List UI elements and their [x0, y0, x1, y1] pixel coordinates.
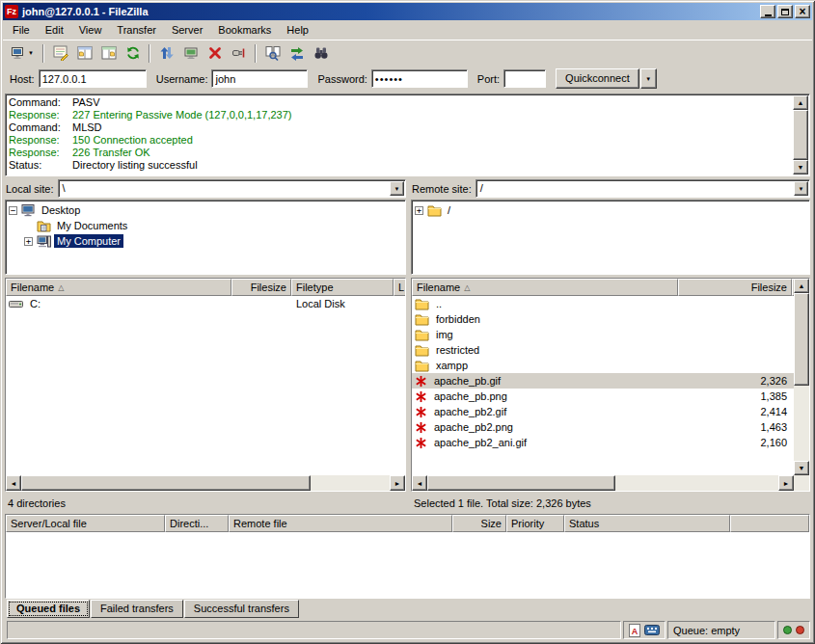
sort-ascending-icon: △: [58, 283, 64, 292]
toggle-local-tree-button[interactable]: [72, 42, 96, 65]
remote-horizontal-scrollbar[interactable]: ◄ ►: [412, 475, 794, 491]
tree-item-label[interactable]: Desktop: [39, 203, 83, 217]
remote-file-row[interactable]: apache_pb2_ani.gif2,160: [412, 435, 794, 450]
scroll-down-button[interactable]: ▼: [793, 160, 808, 174]
tree-expander[interactable]: +: [24, 237, 33, 246]
file-name-cell: apache_pb2.png: [412, 421, 678, 434]
tab-failed-transfers[interactable]: Failed transfers: [91, 600, 183, 618]
folder-icon: [415, 329, 429, 341]
refresh-button[interactable]: [121, 42, 145, 65]
local-file-row[interactable]: C:Local Disk: [6, 296, 405, 311]
filezilla-logo-icon: Fz: [5, 5, 18, 18]
remote-site-dropdown-button[interactable]: ▼: [794, 181, 808, 196]
remote-column-header[interactable]: Filename△: [412, 279, 678, 296]
remote-file-row[interactable]: restricted: [412, 342, 794, 358]
local-site-dropdown-button[interactable]: ▼: [390, 181, 404, 196]
scroll-right-button[interactable]: ►: [778, 475, 794, 491]
maximize-button[interactable]: [777, 5, 793, 18]
log-line-label: Command:: [9, 96, 72, 109]
remote-site-combobox[interactable]: / ▼: [475, 179, 810, 198]
local-column-header[interactable]: L: [394, 279, 405, 296]
toggle-queue-button[interactable]: [178, 42, 203, 65]
message-log-scrollbar[interactable]: ▲ ▼: [793, 95, 808, 174]
tree-expander[interactable]: −: [9, 206, 17, 215]
local-site-combobox[interactable]: \ ▼: [58, 179, 406, 198]
menu-file[interactable]: File: [5, 21, 38, 39]
scrollbar-track[interactable]: [311, 475, 390, 491]
cancel-button[interactable]: [203, 42, 227, 65]
queue-column-header[interactable]: Remote file: [229, 515, 452, 532]
menu-transfer[interactable]: Transfer: [109, 21, 164, 39]
menu-edit[interactable]: Edit: [38, 21, 71, 39]
local-column-header[interactable]: Filesize: [231, 279, 291, 296]
disconnect-button[interactable]: [227, 42, 251, 65]
tree-item-label[interactable]: /: [445, 203, 453, 217]
tab-successful-transfers[interactable]: Successful transfers: [184, 600, 299, 618]
queue-list-body: [6, 532, 809, 598]
local-horizontal-scrollbar[interactable]: ◄ ►: [6, 475, 405, 491]
refresh-icon: [125, 45, 141, 61]
process-queue-button[interactable]: [154, 42, 178, 65]
menu-view[interactable]: View: [71, 21, 110, 39]
transfer-queue: Server/Local fileDirecti...Remote fileSi…: [5, 514, 810, 599]
queue-column-header[interactable]: Status: [564, 515, 730, 532]
minimize-button[interactable]: [760, 5, 775, 18]
host-input[interactable]: [39, 69, 147, 88]
find-files-button[interactable]: [309, 42, 333, 65]
remote-vertical-scrollbar[interactable]: ▲ ▼: [794, 279, 809, 475]
scroll-left-button[interactable]: ◄: [6, 475, 21, 491]
scrollbar-thumb[interactable]: [794, 293, 809, 386]
remote-file-row[interactable]: apache_pb2.png1,463: [412, 419, 794, 435]
menu-help[interactable]: Help: [279, 21, 316, 39]
remote-file-row[interactable]: xampp: [412, 358, 794, 373]
queue-column-header[interactable]: Server/Local file: [6, 515, 165, 532]
local-tree-item[interactable]: −Desktop: [6, 202, 405, 218]
menu-server[interactable]: Server: [164, 21, 210, 39]
toggle-remote-tree-button[interactable]: [96, 42, 121, 65]
remote-tree-item[interactable]: +/: [412, 202, 809, 218]
menu-bookmarks[interactable]: Bookmarks: [210, 21, 279, 39]
remote-file-row[interactable]: img: [412, 327, 794, 342]
local-column-header[interactable]: Filename△: [6, 279, 231, 296]
toggle-message-log-button[interactable]: [48, 42, 72, 65]
queue-column-header[interactable]: Priority: [506, 515, 564, 532]
scroll-left-button[interactable]: ◄: [412, 475, 427, 491]
title-bar[interactable]: Fz john@127.0.0.1 - FileZilla ×: [3, 3, 812, 20]
synchronized-browsing-button[interactable]: [285, 42, 309, 65]
remote-file-row[interactable]: apache_pb.png1,385: [412, 389, 794, 404]
queue-column-header[interactable]: Size: [452, 515, 506, 532]
username-input[interactable]: [211, 69, 308, 88]
local-column-header[interactable]: Filetype: [291, 279, 394, 296]
scrollbar-thumb[interactable]: [793, 110, 808, 160]
scroll-up-button[interactable]: ▲: [794, 279, 809, 293]
scrollbar-thumb[interactable]: [427, 475, 615, 491]
close-button[interactable]: ×: [795, 5, 810, 18]
scrollbar-thumb[interactable]: [21, 475, 311, 491]
password-input[interactable]: [371, 69, 468, 88]
tree-item-label[interactable]: My Documents: [54, 219, 130, 232]
quickconnect-dropdown-button[interactable]: ▼: [640, 68, 657, 89]
quickconnect-button[interactable]: Quickconnect: [556, 68, 639, 89]
remote-file-row[interactable]: apache_pb.gif2,326: [412, 373, 794, 389]
local-tree-item[interactable]: My Documents: [6, 218, 405, 233]
local-tree-item[interactable]: +My Computer: [6, 233, 405, 249]
scroll-down-button[interactable]: ▼: [794, 461, 809, 475]
tree-item-label[interactable]: My Computer: [54, 234, 123, 248]
site-manager-button[interactable]: ▼: [6, 42, 39, 65]
scrollbar-track[interactable]: [615, 475, 778, 491]
remote-file-row[interactable]: apache_pb2.gif2,414: [412, 404, 794, 419]
queue-column-header[interactable]: Directi...: [165, 515, 229, 532]
directory-comparison-button[interactable]: [260, 42, 285, 65]
remote-file-row[interactable]: ..: [412, 296, 794, 311]
tree-expander[interactable]: +: [415, 206, 423, 215]
remote-column-header[interactable]: Filesize: [678, 279, 792, 296]
tab-queued-files[interactable]: Queued files: [7, 600, 90, 618]
scrollbar-track[interactable]: [794, 386, 809, 461]
port-input[interactable]: [503, 69, 546, 88]
file-name-text: apache_pb.png: [434, 390, 507, 402]
scroll-up-button[interactable]: ▲: [793, 95, 808, 110]
scroll-right-button[interactable]: ►: [390, 475, 405, 491]
remote-site-label: Remote site:: [412, 183, 472, 195]
disconnect-icon: [231, 45, 247, 61]
remote-file-row[interactable]: forbidden: [412, 311, 794, 327]
